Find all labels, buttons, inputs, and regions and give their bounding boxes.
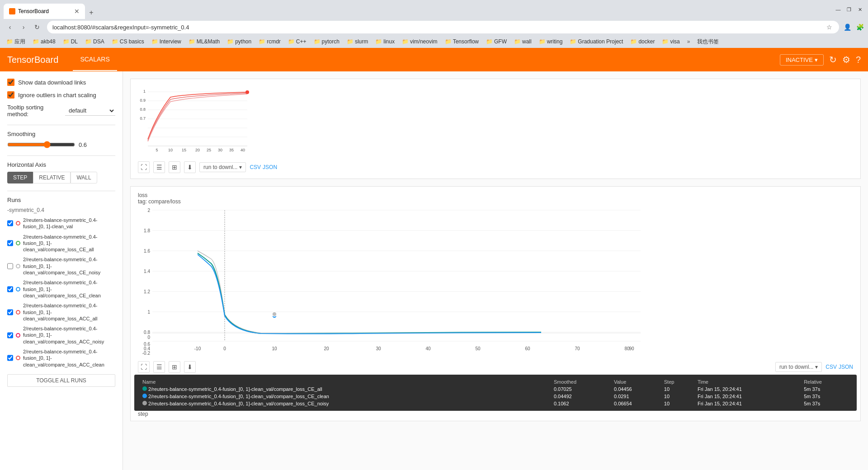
svg-text:1: 1 xyxy=(143,89,146,94)
folder-icon: 📁 xyxy=(375,38,382,45)
forward-btn[interactable]: › xyxy=(17,21,30,33)
svg-text:0: 0 xyxy=(223,346,226,351)
help-icon[interactable]: ? xyxy=(856,55,861,65)
refresh-icon[interactable]: ↻ xyxy=(829,54,837,65)
run-checkbox-0[interactable] xyxy=(7,220,13,226)
tb-header-right: INACTIVE ▾ ↻ ⚙ ? xyxy=(780,54,861,66)
profile-icon[interactable]: 👤 xyxy=(843,23,852,32)
sidebar-divider-2 xyxy=(7,155,115,156)
download-loss-btn[interactable]: ⬇ xyxy=(184,361,196,373)
run-checkbox-1[interactable] xyxy=(7,240,13,246)
star-icon[interactable]: ☆ xyxy=(825,23,834,32)
axis-relative-btn[interactable]: RELATIVE xyxy=(33,172,71,183)
smoothing-slider[interactable] xyxy=(7,141,75,148)
run-to-dropdown[interactable]: run to downl... ▾ xyxy=(199,162,246,172)
more-bookmarks-btn[interactable]: » xyxy=(685,38,692,46)
folder-icon: 📁 xyxy=(259,38,265,45)
download-btn[interactable]: ⬇ xyxy=(184,161,196,173)
folder-icon: 📁 xyxy=(539,38,546,45)
loss-json-link[interactable]: JSON xyxy=(839,364,853,370)
axis-wall-btn[interactable]: WALL xyxy=(71,172,97,183)
bookmark-cs[interactable]: 📁 CS basics xyxy=(109,38,147,46)
show-data-checkbox[interactable] xyxy=(7,79,14,86)
fit-btn[interactable]: ⊞ xyxy=(169,161,180,173)
minimize-btn[interactable]: — xyxy=(834,5,843,14)
ignore-outliers-checkbox[interactable] xyxy=(7,91,14,99)
tab-bar: TensorBoard ✕ + xyxy=(4,0,98,19)
reload-btn[interactable]: ↻ xyxy=(31,21,43,33)
loss-chart-svg[interactable]: 2 1.8 1.6 1.4 1.2 1 0.8 xyxy=(134,206,645,359)
folder-icon: 📁 xyxy=(314,38,321,45)
svg-text:0.7: 0.7 xyxy=(140,116,146,121)
new-tab-btn[interactable]: + xyxy=(85,6,98,19)
tb-sidebar: Show data download links Ignore outliers… xyxy=(0,71,123,470)
bookmark-mlmath[interactable]: 📁 ML&Math xyxy=(186,38,222,46)
bookmark-apps[interactable]: 📁 应用 xyxy=(4,37,28,47)
svg-text:-0.2: -0.2 xyxy=(142,351,151,356)
tt-time-2: Fri Jan 15, 20:24:41 xyxy=(695,400,801,407)
run-item-6: 2/reuters-balance-symmetric_0.4-fusion_[… xyxy=(7,348,115,369)
tt-dot-2 xyxy=(142,401,147,405)
bookmark-dl[interactable]: 📁 DL xyxy=(60,38,80,46)
folder-icon: 📁 xyxy=(662,38,669,45)
json-link[interactable]: JSON xyxy=(263,164,277,170)
bookmark-slurm[interactable]: 📁 slurm xyxy=(344,38,371,46)
bookmark-rcmdr[interactable]: 📁 rcmdr xyxy=(256,38,283,46)
settings-icon[interactable]: ⚙ xyxy=(842,54,850,65)
reading-list-item[interactable]: 我也书签 xyxy=(697,38,719,46)
address-icons: ☆ xyxy=(825,23,834,32)
toggle-all-runs-btn[interactable]: TOGGLE ALL RUNS xyxy=(7,374,115,387)
folder-icon: 📁 xyxy=(514,38,521,45)
run-checkbox-6[interactable] xyxy=(7,355,13,361)
run-group-label: -symmetric_0.4 xyxy=(7,207,115,213)
bookmark-wall[interactable]: 📁 wall xyxy=(511,38,534,46)
active-tab[interactable]: TensorBoard ✕ xyxy=(4,4,85,19)
run-checkbox-3[interactable] xyxy=(7,286,13,292)
bookmark-cpp[interactable]: 📁 C++ xyxy=(285,38,309,46)
run-checkbox-5[interactable] xyxy=(7,332,13,338)
restore-btn[interactable]: ❐ xyxy=(844,5,854,14)
address-bar[interactable]: localhost:8080/#scalars&regexInput=-symm… xyxy=(47,21,839,33)
bookmark-tf[interactable]: 📁 Tensorflow xyxy=(442,38,481,46)
nav-scalars[interactable]: SCALARS xyxy=(73,48,117,71)
folder-icon: 📁 xyxy=(402,38,409,45)
bookmark-vim[interactable]: 📁 vim/neovim xyxy=(399,38,440,46)
extensions-icon[interactable]: 🧩 xyxy=(855,23,864,32)
bookmark-linux[interactable]: 📁 linux xyxy=(373,38,397,46)
loss-csv-link[interactable]: CSV xyxy=(826,364,837,370)
tooltip-sort-select[interactable]: default descending ascending nearest xyxy=(65,106,115,116)
svg-text:15: 15 xyxy=(182,148,186,152)
bookmark-writing[interactable]: 📁 writing xyxy=(536,38,566,46)
tt-smoothed-0: 0.07025 xyxy=(551,385,611,393)
inactive-dropdown[interactable]: INACTIVE ▾ xyxy=(780,54,824,66)
bookmark-python[interactable]: 📁 python xyxy=(224,38,254,46)
bookmark-dsa[interactable]: 📁 DSA xyxy=(82,38,107,46)
expand-btn[interactable]: ⛶ xyxy=(138,161,150,173)
tab-close-btn[interactable]: ✕ xyxy=(74,8,80,15)
bookmark-pytorch[interactable]: 📁 pytorch xyxy=(311,38,342,46)
nav-buttons: ‹ › ↻ xyxy=(4,21,43,33)
bookmark-interview[interactable]: 📁 Interview xyxy=(149,38,184,46)
tt-smoothed-2: 0.1062 xyxy=(551,400,611,407)
bookmark-akb48[interactable]: 📁 akb48 xyxy=(30,38,58,46)
tt-relative-2: 5m 37s xyxy=(801,400,851,407)
expand-loss-btn[interactable]: ⛶ xyxy=(138,361,150,373)
list-btn[interactable]: ☰ xyxy=(153,161,165,173)
tt-smoothed-1: 0.04492 xyxy=(551,393,611,400)
list-loss-btn[interactable]: ☰ xyxy=(153,361,165,373)
csv-link[interactable]: CSV xyxy=(250,164,261,170)
bookmark-docker[interactable]: 📁 docker xyxy=(627,38,657,46)
close-btn[interactable]: ✕ xyxy=(855,5,864,14)
bookmark-graduation[interactable]: 📁 Graduation Project xyxy=(567,38,626,46)
run-to-loss-dropdown[interactable]: run to downl... ▾ xyxy=(775,362,822,372)
back-btn[interactable]: ‹ xyxy=(4,21,16,33)
axis-step-btn[interactable]: STEP xyxy=(7,172,33,183)
run-item-0: 2/reuters-balance-symmetric_0.4-fusion_[… xyxy=(7,216,115,231)
svg-text:0.9: 0.9 xyxy=(140,98,146,103)
bookmark-gfw[interactable]: 📁 GFW xyxy=(483,38,509,46)
fit-loss-btn[interactable]: ⊞ xyxy=(169,361,180,373)
run-checkbox-2[interactable] xyxy=(7,263,13,269)
run-item-2: 2/reuters-balance-symmetric_0.4-fusion_[… xyxy=(7,255,115,277)
bookmark-visa[interactable]: 📁 visa xyxy=(659,38,682,46)
run-checkbox-4[interactable] xyxy=(7,309,13,315)
